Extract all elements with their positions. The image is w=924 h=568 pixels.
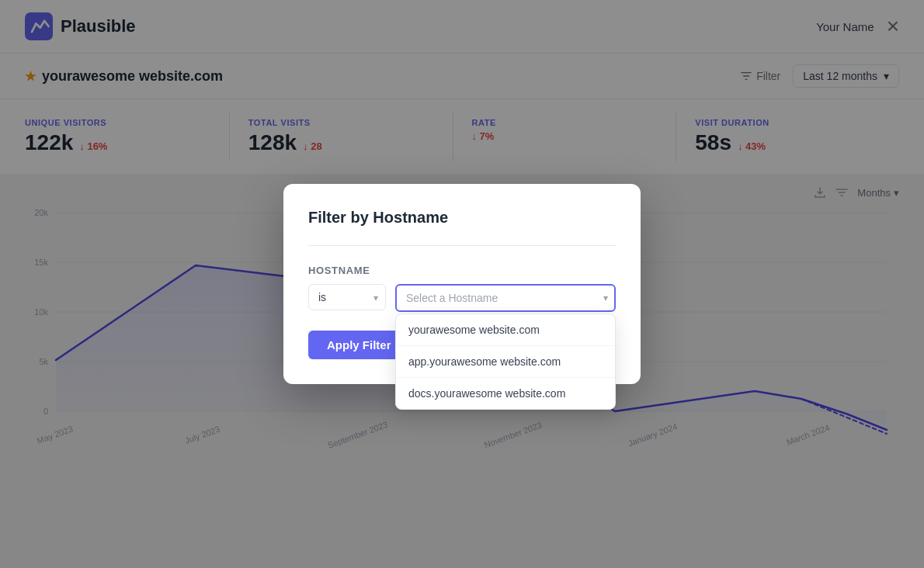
dropdown-item-2[interactable]: docs.yourawesome website.com	[396, 378, 615, 409]
filter-modal: Filter by Hostname Hostname is ▾ yourawe…	[283, 184, 641, 384]
modal-title: Filter by Hostname	[308, 209, 616, 227]
hostname-input[interactable]	[395, 284, 616, 312]
operator-select[interactable]: is	[308, 284, 386, 310]
hostname-dropdown: yourawesome website.com app.yourawesome …	[395, 313, 616, 410]
hostname-filter-row: is ▾ yourawesome website.com app.yourawe…	[308, 284, 616, 312]
apply-filter-button[interactable]: Apply Filter	[308, 331, 410, 359]
operator-wrapper: is	[308, 284, 386, 312]
dropdown-item-0[interactable]: yourawesome website.com	[396, 314, 615, 346]
dropdown-item-1[interactable]: app.yourawesome website.com	[396, 346, 615, 378]
input-chevron-icon: ▾	[603, 293, 608, 303]
modal-divider	[308, 245, 616, 246]
hostname-input-wrapper: ▾ yourawesome website.com app.yourawesom…	[395, 284, 616, 312]
hostname-label: Hostname	[308, 265, 616, 276]
